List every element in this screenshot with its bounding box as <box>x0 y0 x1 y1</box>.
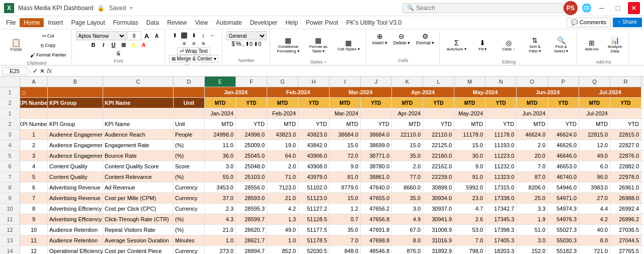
table-cell[interactable]: 24998.0 <box>236 130 267 140</box>
table-cell[interactable]: 22160.0 <box>423 151 454 161</box>
fill-button[interactable]: ⬇ Fill ▾ <box>470 31 495 58</box>
menu-pk-utility[interactable]: PK's Utility Tool V3.0 <box>342 18 406 27</box>
table-cell[interactable]: Average Session Duration <box>103 235 174 245</box>
table-cell[interactable] <box>548 108 579 118</box>
table-cell[interactable]: 54971.0 <box>548 193 579 203</box>
fill-color-button[interactable]: A <box>129 40 138 49</box>
table-cell[interactable]: 17405.3 <box>486 235 517 245</box>
table-cell[interactable]: 38780.0 <box>361 161 392 171</box>
table-cell[interactable]: Minutes <box>174 235 205 245</box>
table-cell[interactable]: 9.0 <box>330 161 361 171</box>
table-cell[interactable]: 26988.0 <box>610 193 641 203</box>
font-color-button[interactable]: A <box>139 40 148 49</box>
table-cell[interactable]: Advertising Efficiency <box>48 214 103 224</box>
cut-button[interactable]: ✂Cut <box>28 31 68 40</box>
table-cell[interactable]: 24998.0 <box>205 130 236 140</box>
menu-help[interactable]: Help <box>281 18 302 27</box>
formula-input[interactable] <box>54 68 642 75</box>
table-cell[interactable]: 38699.0 <box>361 140 392 150</box>
col-header-C[interactable]: C <box>103 77 174 87</box>
table-cell[interactable]: 28593.0 <box>236 193 267 203</box>
table-cell[interactable]: 4.4 <box>579 204 610 214</box>
table-cell[interactable]: 51178.5 <box>298 235 330 245</box>
table-cell[interactable]: Content Quality Score <box>103 161 174 171</box>
table-cell[interactable]: 20.0 <box>517 151 548 161</box>
menu-page-layout[interactable]: Page Layout <box>67 18 109 27</box>
table-cell[interactable]: 22827.0 <box>610 140 641 150</box>
table-cell[interactable]: 28556.0 <box>236 182 267 193</box>
table-cell[interactable]: Repeat Visitors Rate <box>103 225 174 235</box>
table-cell[interactable]: 46646.0 <box>548 151 579 161</box>
table-cell[interactable]: 38684.0 <box>330 130 361 140</box>
table-cell[interactable]: 9.0 <box>454 161 486 171</box>
table-cell[interactable]: 55030.3 <box>548 235 579 245</box>
table-cell[interactable]: 55182.3 <box>548 246 579 254</box>
table-cell[interactable]: 876.0 <box>392 246 423 254</box>
col-header-Q[interactable]: Q <box>579 77 610 87</box>
table-cell[interactable]: (%) <box>174 214 205 224</box>
decimal-increase[interactable]: ⬆0 <box>245 41 253 47</box>
table-cell[interactable]: 11178.0 <box>486 130 517 140</box>
table-cell[interactable]: Operational Efficiency <box>48 246 103 254</box>
table-cell[interactable]: 22110.0 <box>423 130 454 140</box>
table-cell[interactable]: 46626.0 <box>548 140 579 150</box>
table-cell[interactable]: 27036.5 <box>610 225 641 235</box>
table-cell[interactable]: 51177.5 <box>298 225 330 235</box>
align-bottom-button[interactable]: ⬇ <box>189 31 198 39</box>
table-cell[interactable]: 17338.0 <box>486 193 517 203</box>
table-cell[interactable]: 26961.0 <box>610 182 641 193</box>
table-cell[interactable]: 55.0 <box>205 172 236 182</box>
table-cell[interactable]: 1.0 <box>205 235 236 245</box>
table-cell[interactable]: 46624.0 <box>517 130 548 140</box>
analyze-data-button[interactable]: 📊 Analyze Data <box>604 31 625 58</box>
table-cell[interactable]: 64.0 <box>267 151 298 161</box>
table-cell[interactable]: Feb-2024 <box>267 108 298 118</box>
table-cell[interactable]: 4.9 <box>392 214 423 224</box>
table-cell[interactable]: Advertising Revenue <box>48 193 103 203</box>
table-cell[interactable]: 4.2 <box>267 204 298 214</box>
table-cell[interactable]: 43979.0 <box>298 172 330 182</box>
number-format-select[interactable]: General <box>226 31 267 40</box>
table-cell[interactable]: 8.0 <box>392 235 423 245</box>
col-header-I[interactable]: I <box>330 77 361 87</box>
table-cell[interactable]: 11193.0 <box>486 140 517 150</box>
font-decrease-button[interactable]: A <box>152 31 162 40</box>
col-header-F[interactable]: F <box>236 77 267 87</box>
table-cell[interactable]: 28621.7 <box>236 235 267 245</box>
table-cell[interactable]: (%) <box>174 172 205 182</box>
table-cell[interactable]: 11178.0 <box>454 130 486 140</box>
col-header-J[interactable]: J <box>361 77 392 87</box>
table-cell[interactable]: (%) <box>174 151 205 161</box>
font-increase-button[interactable]: A <box>142 31 151 40</box>
menu-review[interactable]: Review <box>163 18 191 27</box>
table-cell[interactable]: 721.0 <box>579 246 610 254</box>
table-cell[interactable]: 798.0 <box>454 246 486 254</box>
table-cell[interactable]: Advertising Revenue <box>48 182 103 193</box>
comments-button[interactable]: 💬 Comments <box>567 18 611 27</box>
autosum-button[interactable]: Σ AutoSum ▾ <box>444 31 469 58</box>
table-cell[interactable]: 4.3 <box>205 214 236 224</box>
table-cell[interactable]: 72.0 <box>330 151 361 161</box>
table-cell[interactable]: 5 <box>20 172 48 182</box>
table-cell[interactable]: 28595.3 <box>236 204 267 214</box>
table-cell[interactable]: 7123.0 <box>267 182 298 193</box>
col-header-R[interactable]: R <box>610 77 641 87</box>
col-header-L[interactable]: L <box>423 77 454 87</box>
col-header-D[interactable]: D <box>174 77 205 87</box>
table-cell[interactable] <box>20 108 48 118</box>
addins-button[interactable]: ⊞ Add-ins <box>581 31 602 58</box>
table-cell[interactable]: Cost per Mille (CPM) <box>103 193 174 203</box>
col-header-O[interactable]: O <box>517 77 548 87</box>
table-cell[interactable]: 3.0 <box>392 204 423 214</box>
table-cell[interactable]: 15.0 <box>330 193 361 203</box>
menu-view[interactable]: View <box>191 18 212 27</box>
table-cell[interactable]: 47656.2 <box>361 204 392 214</box>
table-cell[interactable]: 31008.9 <box>423 225 454 235</box>
bold-button[interactable]: B <box>89 40 98 49</box>
table-cell[interactable] <box>298 108 330 118</box>
col-header-N[interactable]: N <box>486 77 517 87</box>
table-cell[interactable]: 6 <box>20 182 48 193</box>
close-button[interactable]: ✕ <box>628 2 640 14</box>
table-cell[interactable]: 36.0 <box>205 151 236 161</box>
search-input[interactable] <box>416 5 559 12</box>
